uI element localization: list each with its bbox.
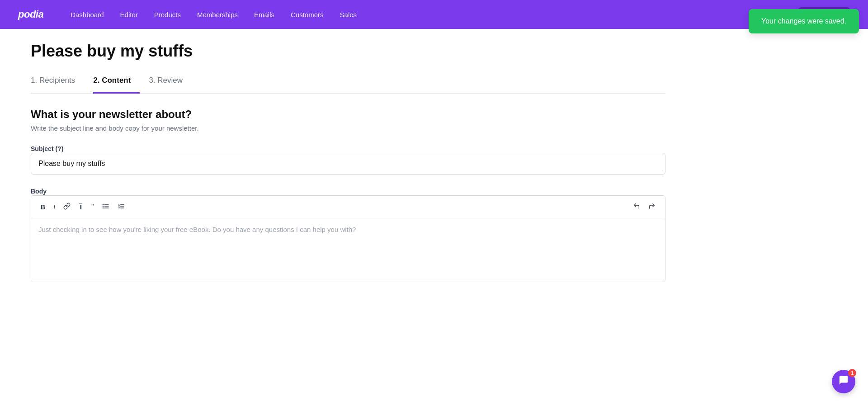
section-heading: What is your newsletter about?: [31, 108, 665, 121]
chat-bubble[interactable]: 1: [832, 370, 855, 393]
toolbar-bold-button[interactable]: B: [38, 201, 48, 213]
italic-icon: I: [53, 203, 55, 211]
tabs-container: 1. Recipients 2. Content 3. Review: [31, 71, 665, 94]
svg-point-5: [103, 208, 103, 208]
undo-icon: [633, 203, 640, 211]
link-icon: [63, 203, 71, 211]
editor-body[interactable]: Just checking in to see how you're likin…: [31, 218, 665, 282]
tab-content[interactable]: 2. Content: [93, 71, 140, 94]
toolbar-undo-button[interactable]: [630, 200, 643, 213]
nav-link-customers[interactable]: Customers: [291, 11, 324, 19]
blockquote-icon: ": [91, 203, 94, 211]
chat-badge: 1: [848, 369, 856, 377]
section-subtext: Write the subject line and body copy for…: [31, 124, 665, 132]
nav-link-products[interactable]: Products: [154, 11, 181, 19]
toolbar-undo-redo: [630, 200, 659, 213]
toast-message: Your changes were saved.: [761, 17, 846, 25]
toolbar-italic-button[interactable]: I: [50, 201, 58, 213]
strikethrough-icon: T̅: [79, 203, 83, 211]
svg-point-4: [103, 206, 103, 206]
tab-review[interactable]: 3. Review: [149, 71, 192, 93]
editor-toolbar: B I T̅ ": [31, 196, 665, 218]
svg-point-3: [103, 204, 103, 204]
toast-notification: Your changes were saved.: [749, 9, 859, 33]
toolbar-unordered-list-button[interactable]: [99, 200, 113, 213]
toolbar-blockquote-button[interactable]: ": [88, 201, 97, 213]
main-content: Please buy my stuffs 1. Recipients 2. Co…: [0, 0, 696, 300]
ordered-list-icon: [118, 203, 125, 211]
body-editor: B I T̅ ": [31, 195, 665, 282]
toolbar-link-button[interactable]: [60, 200, 74, 213]
toolbar-redo-button[interactable]: [645, 200, 659, 213]
logo[interactable]: podia: [18, 9, 43, 20]
tab-recipients[interactable]: 1. Recipients: [31, 71, 84, 93]
chat-icon: [839, 375, 849, 388]
toolbar-ordered-list-button[interactable]: [114, 200, 128, 213]
nav-link-dashboard[interactable]: Dashboard: [71, 11, 104, 19]
body-placeholder: Just checking in to see how you're likin…: [38, 226, 356, 233]
navbar: podia Dashboard Editor Products Membersh…: [0, 0, 868, 29]
nav-links: Dashboard Editor Products Memberships Em…: [71, 11, 798, 19]
subject-field-group: Subject (?): [31, 145, 665, 187]
nav-link-editor[interactable]: Editor: [120, 11, 138, 19]
subject-input[interactable]: [31, 153, 665, 175]
bold-icon: B: [41, 203, 45, 211]
nav-link-emails[interactable]: Emails: [254, 11, 274, 19]
body-label: Body: [31, 188, 47, 195]
redo-icon: [648, 203, 656, 211]
toolbar-strikethrough-button[interactable]: T̅: [75, 201, 86, 213]
nav-link-memberships[interactable]: Memberships: [197, 11, 238, 19]
nav-link-sales[interactable]: Sales: [340, 11, 357, 19]
unordered-list-icon: [102, 203, 109, 211]
body-field-group: Body B I: [31, 187, 665, 282]
subject-label: Subject (?): [31, 145, 63, 152]
page-title: Please buy my stuffs: [31, 42, 665, 61]
